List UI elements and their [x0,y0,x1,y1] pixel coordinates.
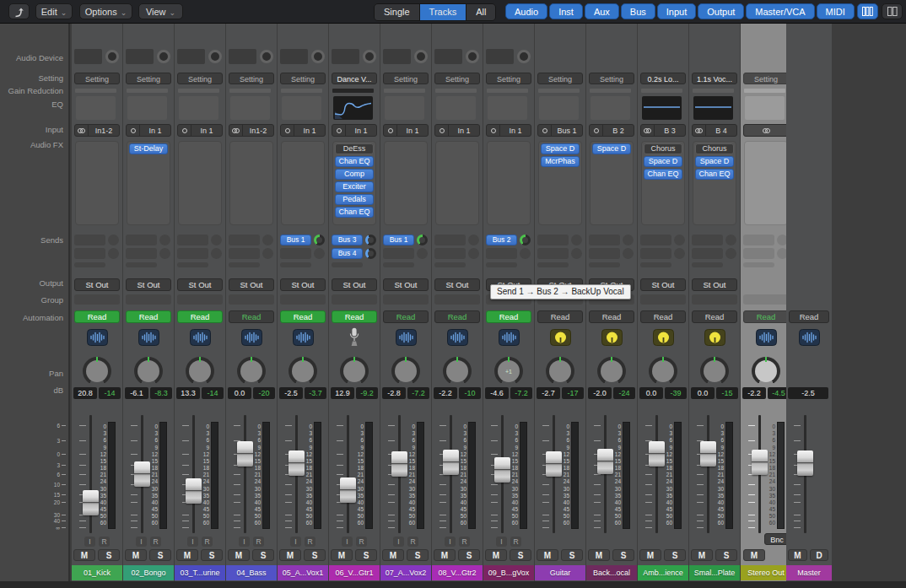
send-slot-mini[interactable] [74,262,105,267]
eq-display[interactable] [488,96,527,120]
record-enable-button[interactable]: R [407,537,418,547]
track-name-label[interactable]: Stereo Out [741,565,791,580]
send-slot-mini[interactable] [177,262,208,267]
volume-readout[interactable]: 20.8 [73,387,97,399]
input-button[interactable] [743,124,789,137]
input-button[interactable]: B 2 [589,124,634,137]
eq-display[interactable] [591,96,630,120]
solo-button[interactable]: S [201,549,223,561]
record-enable-button[interactable]: R [150,537,161,547]
volume-readout[interactable]: 12.9 [331,387,354,399]
audio-device-knob[interactable] [517,50,531,63]
audio-device-button[interactable] [177,49,205,64]
pan-knob[interactable] [546,357,574,386]
solo-button[interactable]: S [355,549,377,561]
audio-fx-rack[interactable]: DeEssChan EQCompExciterPedalsChan EQ [332,141,376,225]
send-slot-mini[interactable] [383,262,414,267]
setting-button[interactable]: Setting [589,73,634,84]
setting-button[interactable]: 1.1s Voc... [692,73,737,84]
send-slot-mini[interactable] [434,262,466,267]
fader-track[interactable] [655,415,658,533]
eq-display[interactable] [693,96,733,120]
send-slot-empty[interactable] [692,248,723,259]
automation-mode-button[interactable]: Read [789,310,829,323]
plugin-slot-mcrphas[interactable]: McrPhas [541,156,580,167]
send-slot-empty[interactable] [229,248,260,259]
volume-readout[interactable]: -6.1 [125,387,148,399]
track-name-label[interactable]: Smal...Plate [689,565,740,580]
automation-mode-button[interactable]: Read [332,310,377,323]
send-level-knob[interactable] [365,235,376,245]
audio-fx-rack[interactable]: Space D [590,141,634,225]
eq-display[interactable] [745,96,785,120]
volume-readout[interactable]: -4.6 [485,387,509,399]
send-slot-mini[interactable] [280,262,311,267]
audio-device-knob[interactable] [414,50,428,63]
group-slot[interactable] [74,294,120,305]
pan-knob[interactable] [340,357,369,386]
input-button[interactable]: In 1 [332,124,377,137]
eq-display[interactable] [230,96,270,120]
record-enable-button[interactable]: R [202,537,213,547]
audio-fx-rack[interactable] [229,141,273,225]
mute-button[interactable]: M [434,549,456,561]
group-slot[interactable] [743,294,789,305]
track-name-label[interactable]: Amb...ience [638,565,688,580]
audio-device-button[interactable] [434,49,462,64]
group-slot[interactable] [332,294,377,305]
fader-track[interactable] [707,415,709,533]
mute-button[interactable]: M [331,549,353,561]
automation-mode-button[interactable]: Read [126,310,171,323]
plugin-slot-deess[interactable]: DeEss [335,143,374,154]
fader-track[interactable] [347,415,349,533]
send-slot-empty[interactable] [229,235,260,245]
plugin-slot-chan-eq[interactable]: Chan EQ [335,207,374,218]
send-slot-bus-1[interactable]: Bus 1 [383,235,414,245]
volume-readout[interactable]: -2.7 [537,387,560,399]
track-name-label[interactable]: 08_V...Gtr2 [432,565,483,580]
send-slot-empty[interactable] [692,235,723,245]
output-button[interactable]: St Out [177,278,223,291]
solo-button[interactable]: S [715,549,737,561]
audio-device-button[interactable] [126,49,154,64]
send-slot-empty[interactable] [177,248,208,259]
setting-button[interactable]: Setting [486,73,531,84]
send-slot-empty[interactable] [537,248,569,259]
peak-level-readout[interactable]: -15 [716,387,738,399]
setting-button[interactable]: Dance V... [332,73,377,84]
setting-button[interactable]: Setting [126,73,171,84]
track-name-label[interactable]: Guitar [535,565,585,580]
output-button[interactable]: St Out [126,278,171,291]
fader-track[interactable] [192,415,195,533]
plugin-slot-space-d[interactable]: Space D [592,143,631,154]
send-slot-mini[interactable] [640,262,671,267]
track-name-label[interactable]: 01_Kick [72,565,122,580]
automation-mode-button[interactable]: Read [280,310,326,323]
input-button[interactable]: In1-2 [229,124,274,137]
output-button[interactable]: St Out [692,278,737,291]
pan-knob[interactable] [134,357,163,386]
menu-view[interactable]: View⌄ [138,3,183,19]
audio-device-knob[interactable] [208,50,222,63]
track-name-label[interactable]: 04_Bass [226,565,277,580]
send-slot-bus-2[interactable]: Bus 2 [486,235,517,245]
volume-readout[interactable]: -2.5 [788,387,828,399]
filter-audio[interactable]: Audio [505,3,547,19]
track-name-label[interactable]: 02_Bongo [123,565,174,580]
pan-knob[interactable] [237,357,266,386]
record-enable-button[interactable]: R [510,537,521,547]
output-button[interactable]: St Out [332,278,377,291]
solo-button[interactable]: S [252,549,274,561]
audio-device-knob[interactable] [260,50,273,63]
send-slot-bus-4[interactable]: Bus 4 [332,248,363,259]
solo-button[interactable]: S [407,549,429,561]
peak-level-readout[interactable]: -7.2 [510,387,532,399]
record-enable-button[interactable]: R [253,537,264,547]
audio-fx-rack[interactable] [384,141,428,225]
eq-display[interactable] [333,96,373,120]
wide-channel-view-button[interactable] [882,3,903,19]
filter-master-vca[interactable]: Master/VCA [746,3,814,19]
send-slot-empty[interactable] [434,235,466,245]
peak-level-readout[interactable]: -14 [99,387,121,399]
eq-display[interactable] [76,96,116,120]
